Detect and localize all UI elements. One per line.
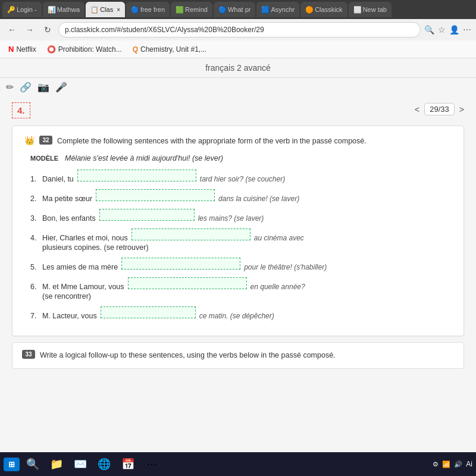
sentence-3: 3. Bon, les enfants les mains? (se laver… [24,209,452,223]
sentence-5-before: Les amies de ma mère [42,263,118,271]
sentence-3-blank[interactable] [99,209,195,221]
sentence-6-after: en quelle année? [250,283,305,291]
sentence-4-blank[interactable] [131,228,250,240]
sentence-7: 7. M. Lacteur, vous ce matin. (se dépêch… [24,306,452,320]
sentence-6: 6. M. et Mme Lamour, vous en quelle anné… [24,277,452,300]
forward-button[interactable]: → [23,23,37,37]
tab-favicon-mathway: 📊 [48,6,55,13]
sentence-2-before: Ma petite sœur [42,195,92,203]
prohibition-favicon: ⭕ [47,45,56,54]
tab-favicon-asynchr: 🟦 [261,6,268,13]
bookmark-netflix[interactable]: N Netflix [5,43,40,55]
microphone-icon[interactable]: 🎤 [55,82,67,93]
exercise-32: 👑 32 Complete the following sentences wi… [12,126,464,336]
sentence-7-blank[interactable] [101,306,196,318]
bookmark-chemistry-label: Chemistry, Unit #1,... [140,45,206,54]
toolbar: ✏ 🔗 📷 🎤 [0,78,476,96]
tab-close-class[interactable]: × [117,7,120,13]
tab-whatpr[interactable]: 🔵 What pr [214,2,256,17]
tab-label-freefrench: free fren [140,6,165,13]
back-button[interactable]: ← [5,23,19,37]
tab-label-class: Clas [100,6,113,13]
sentence-4-num: 4. [30,234,40,242]
tab-asynchr[interactable]: 🟦 Asynchr [256,2,299,17]
assignment-area: 4. < 29/33 > 👑 32 Complete the following… [0,96,476,375]
tab-freefrench[interactable]: 🔵 free fren [126,2,170,17]
tab-favicon-newtab: ⬜ [353,6,361,13]
pagination: < 29/33 > [415,103,464,115]
tab-favicon-class: 📋 [90,6,98,13]
sentence-2: 2. Ma petite sœur dans la cuisine! (se l… [24,189,452,203]
taskbar-teams[interactable]: 📅 [117,454,139,474]
sentence-6-continuation: (se rencontrer) [42,292,91,300]
sentence-7-num: 7. [30,312,40,320]
sentence-3-after: les mains? (se laver) [198,214,264,223]
bookmark-prohibition[interactable]: ⭕ Prohibition: Watch... [43,44,126,55]
next-page-button[interactable]: > [459,105,464,114]
taskbar-files-icon: 📁 [50,458,63,471]
tab-classkick[interactable]: 🟠 Classkick [300,2,347,17]
sentence-5-num: 5. [30,263,40,271]
sentence-5-blank[interactable] [121,258,240,270]
tab-mathway[interactable]: 📊 Mathwa [43,2,85,17]
sentence-2-num: 2. [30,195,40,203]
taskbar-mail-icon: ✉️ [74,458,87,471]
taskbar-volume-icon[interactable]: 🔊 [454,461,462,468]
sentence-2-blank[interactable] [96,189,215,201]
taskbar-settings-icon[interactable]: ⚙ [433,461,439,468]
tab-login[interactable]: 🔑 Login - [2,2,42,17]
taskbar-edge[interactable]: 🌐 [93,454,115,474]
prev-page-button[interactable]: < [415,105,419,114]
tab-label-login: Login - [17,6,37,13]
sentence-3-before: Bon, les enfants [42,214,96,223]
start-button[interactable]: ⊞ [4,458,20,471]
address-bar-row: ← → ↻ 🔍 ☆ 👤 ⋯ [0,19,476,40]
taskbar-tray: ⚙ 📶 🔊 Ai [433,460,472,468]
tab-remind[interactable]: 🟩 Remind [171,2,212,17]
taskbar-wifi-icon[interactable]: 📶 [442,461,450,468]
bookmarks-bar: N Netflix ⭕ Prohibition: Watch... Q Chem… [0,40,476,58]
link-icon[interactable]: 🔗 [20,82,32,93]
camera-icon[interactable]: 📷 [37,82,49,93]
classkick-header: français 2 avancé [0,58,476,78]
taskbar-edge-icon: 🌐 [98,458,111,471]
tab-label-mathway: Mathwa [57,6,80,13]
address-input[interactable] [58,22,421,37]
netflix-favicon: N [8,45,14,54]
menu-icon[interactable]: ⋯ [463,25,471,35]
taskbar-search[interactable]: 🔍 [22,454,43,474]
sentence-1-after: tard hier soir? (se coucher) [200,175,285,183]
search-address-icon[interactable]: 🔍 [424,25,434,35]
account-icon[interactable]: 👤 [449,25,459,35]
page-title: français 2 avancé [205,63,271,73]
tab-label-newtab: New tab [363,6,387,13]
bookmark-netflix-label: Netflix [16,45,36,54]
bookmark-chemistry[interactable]: Q Chemistry, Unit #1,... [129,44,210,55]
sentence-1-blank[interactable] [77,170,196,181]
exercise-32-instruction: Complete the following sentences with th… [57,136,367,147]
taskbar-apps[interactable]: ⋯ [141,454,162,474]
exercise-33-badge: 33 [22,350,35,359]
refresh-button[interactable]: ↻ [40,23,55,37]
pagination-display: 29/33 [424,103,455,115]
sentence-6-blank[interactable] [128,277,247,289]
tab-favicon-whatpr: 🔵 [218,6,226,13]
sentence-4: 4. Hier, Charles et moi, nous au cinéma … [24,228,452,252]
tab-favicon-remind: 🟩 [176,6,183,13]
chemistry-favicon: Q [133,45,138,54]
sentence-4-continuation: plusieurs copines. (se retrouver) [42,243,149,252]
pencil-icon[interactable]: ✏ [6,82,14,93]
modele-label: MODÈLE [30,155,60,162]
taskbar-mail[interactable]: ✉️ [70,454,91,474]
sentence-6-before: M. et Mme Lamour, vous [42,283,124,291]
sentence-5-after: pour le théâtre! (s'habiller) [244,263,327,271]
taskbar-files[interactable]: 📁 [46,454,67,474]
exercise-33: 33 Write a logical follow-up to these se… [12,342,464,369]
taskbar: ⊞ 🔍 📁 ✉️ 🌐 📅 ⋯ ⚙ 📶 🔊 Ai [0,452,476,476]
tab-newtab[interactable]: ⬜ New tab [349,2,392,17]
bookmark-star-icon[interactable]: ☆ [438,25,446,35]
tab-favicon-login: 🔑 [7,6,14,13]
tab-favicon-freefrench: 🔵 [131,6,138,13]
tab-class[interactable]: 📋 Clas × [86,2,125,17]
sentence-1-num: 1. [30,175,40,183]
